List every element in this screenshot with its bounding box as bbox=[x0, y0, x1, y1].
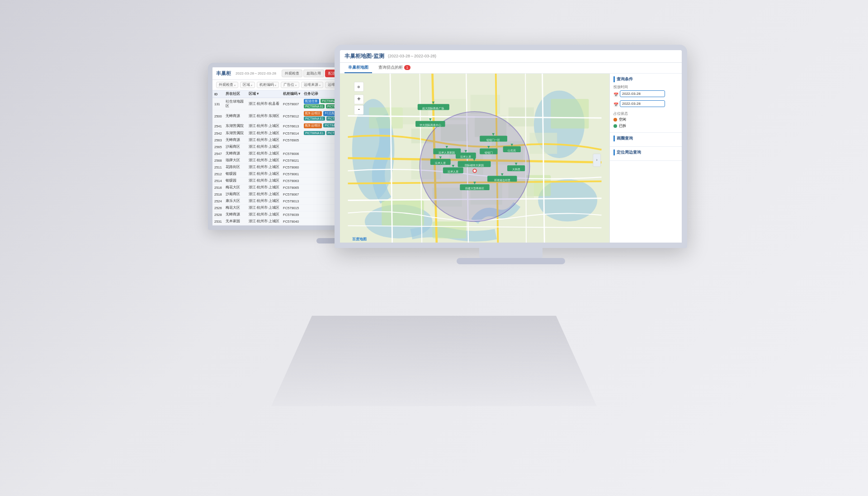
cell-id: 2542 bbox=[212, 130, 224, 137]
svg-text:沿岸人居: 沿岸人居 bbox=[460, 155, 471, 158]
map-title-bar: 丰巢柜地图-监测 (2022-03-28～2022-03-28) bbox=[340, 50, 682, 63]
svg-text:大韩里: 大韩里 bbox=[512, 168, 520, 171]
shadow bbox=[231, 316, 637, 406]
svg-text:⊕: ⊕ bbox=[357, 84, 360, 89]
status-title: 占位状态 bbox=[613, 111, 678, 116]
svg-rect-8 bbox=[369, 108, 403, 129]
alert-badge: 1 bbox=[404, 65, 410, 70]
filter-region[interactable]: 区域 ▾ bbox=[240, 82, 255, 88]
map-date: (2022-03-28～2022-03-28) bbox=[388, 53, 436, 59]
filter-ad[interactable]: 广告位 ▾ bbox=[281, 82, 299, 88]
svg-text:国际都市大家园: 国际都市大家园 bbox=[465, 164, 484, 167]
cell-code: FC579012 bbox=[281, 110, 302, 122]
filter-source[interactable]: 运维来源 ▾ bbox=[301, 82, 323, 88]
cell-region: 浙江·杭州市·杭县看 bbox=[247, 98, 281, 110]
filter-appearance[interactable]: 外观检查 ▾ bbox=[216, 82, 238, 88]
svg-point-77 bbox=[473, 169, 476, 172]
location-query-title: 定位周边查询 bbox=[613, 150, 678, 155]
removed-dot bbox=[613, 124, 617, 128]
cell-id: 131 bbox=[212, 98, 224, 110]
cell-code: FC576613 bbox=[281, 122, 302, 130]
svg-text:›: › bbox=[596, 158, 598, 162]
map-background: 超大国际商务广场 华大国际商务中心 bbox=[340, 74, 609, 243]
status-idle: 空闲 bbox=[613, 117, 678, 122]
cell-community: 无蝉商源 bbox=[224, 137, 247, 144]
cell-code: FC576905 bbox=[281, 137, 302, 144]
removed-label: 已拆 bbox=[619, 123, 626, 128]
status-removed: 已拆 bbox=[613, 123, 678, 128]
back-app-title: 丰巢柜 bbox=[216, 70, 231, 77]
location-query-section: 定位周边查询 bbox=[610, 147, 682, 161]
cell-region: 浙江·杭州市·上城区 bbox=[247, 137, 281, 144]
idle-dot bbox=[613, 118, 617, 122]
right-panel: 查询条件 投放时间 📅 📅 bbox=[609, 74, 682, 243]
cell-community: 东湖营属院 bbox=[224, 130, 247, 137]
cell-id: 2541 bbox=[212, 122, 224, 130]
map-area[interactable]: 超大国际商务广场 华大国际商务中心 bbox=[340, 74, 609, 243]
start-date-input[interactable] bbox=[620, 90, 665, 97]
cell-community: 无蝉商源 bbox=[224, 110, 247, 122]
cell-region: 浙江·杭州市·上城区 bbox=[247, 122, 281, 130]
svg-text:钮钮门: 钮钮门 bbox=[484, 151, 493, 154]
tab-overtime[interactable]: 超期占用 bbox=[303, 70, 324, 77]
svg-text:山北花: 山北花 bbox=[508, 149, 516, 152]
svg-text:-: - bbox=[358, 106, 360, 112]
svg-text:沿岸人居家园: 沿岸人居家园 bbox=[439, 151, 455, 154]
svg-text:华大国际商务中心: 华大国际商务中心 bbox=[420, 123, 441, 126]
cell-region: 浙江·杭州市·上城区 bbox=[247, 130, 281, 137]
map-title: 丰巢柜地图-监测 bbox=[344, 52, 384, 60]
idle-label: 空闲 bbox=[619, 117, 626, 122]
map-body: 超大国际商务广场 华大国际商务中心 bbox=[340, 74, 682, 243]
svg-rect-9 bbox=[551, 99, 589, 128]
back-date-range: 2022-03-28～2022-03-28 bbox=[236, 71, 276, 76]
tab-appearance[interactable]: 外观检查 bbox=[282, 70, 302, 77]
svg-text:沿岸人居: 沿岸人居 bbox=[448, 170, 458, 173]
svg-text:拟建大型商务区: 拟建大型商务区 bbox=[465, 187, 484, 190]
svg-text:钮钮门一区: 钮钮门一区 bbox=[486, 138, 500, 141]
svg-text:超大国际商务广场: 超大国际商务广场 bbox=[422, 107, 444, 110]
time-label: 投放时间 bbox=[613, 84, 678, 89]
front-screen: 丰巢柜地图-监测 (2022-03-28～2022-03-28) 丰巢柜地图 查… bbox=[335, 45, 687, 248]
filter-code[interactable]: 机柜编码 ▾ bbox=[257, 82, 279, 88]
svg-text:百度地图: 百度地图 bbox=[352, 237, 367, 241]
svg-text:环球港边邻里: 环球港边邻里 bbox=[494, 178, 510, 181]
front-monitor-stand bbox=[479, 248, 542, 258]
query-conditions-section: 查询条件 投放时间 📅 📅 bbox=[610, 74, 682, 133]
cell-community: 东湖营属院 bbox=[224, 122, 247, 130]
svg-text:+: + bbox=[357, 95, 361, 102]
front-monitor-base bbox=[457, 258, 565, 264]
cell-code: FC579014 bbox=[281, 130, 302, 137]
map-interface: 丰巢柜地图-监测 (2022-03-28～2022-03-28) 丰巢柜地图 查… bbox=[340, 50, 682, 243]
cell-region: 浙江·杭州市·东湖区 bbox=[247, 110, 281, 122]
scene: 丰巢柜 2022-03-28～2022-03-28 外观检查 超期占用 配送记录… bbox=[163, 45, 705, 451]
area-query-title: 画圈查询 bbox=[613, 136, 678, 141]
col-region: 区域 ▾ bbox=[247, 90, 281, 98]
cell-code: FC579007 bbox=[281, 98, 302, 110]
area-query-section: 画圈查询 bbox=[610, 133, 682, 147]
col-code: 机柜编码 ▾ bbox=[281, 90, 302, 98]
cell-id: 2563 bbox=[212, 137, 224, 144]
col-community: 所在社区 bbox=[224, 90, 247, 98]
query-title: 查询条件 bbox=[613, 76, 678, 82]
tab-query-cabinet[interactable]: 查询切点的柜 1 bbox=[375, 63, 414, 73]
svg-text:沿岸人居: 沿岸人居 bbox=[435, 162, 446, 164]
map-svg: 超大国际商务广场 华大国际商务中心 bbox=[340, 74, 609, 243]
front-monitor: 丰巢柜地图-监测 (2022-03-28～2022-03-28) 丰巢柜地图 查… bbox=[335, 45, 687, 264]
cell-id: 2500 bbox=[212, 110, 224, 122]
col-id: ID bbox=[212, 90, 224, 98]
tab-map-view[interactable]: 丰巢柜地图 bbox=[344, 63, 372, 73]
cell-community: 社生绿地园区 bbox=[224, 98, 247, 110]
end-date-input[interactable] bbox=[620, 100, 665, 107]
map-tabs: 丰巢柜地图 查询切点的柜 1 bbox=[340, 63, 682, 74]
